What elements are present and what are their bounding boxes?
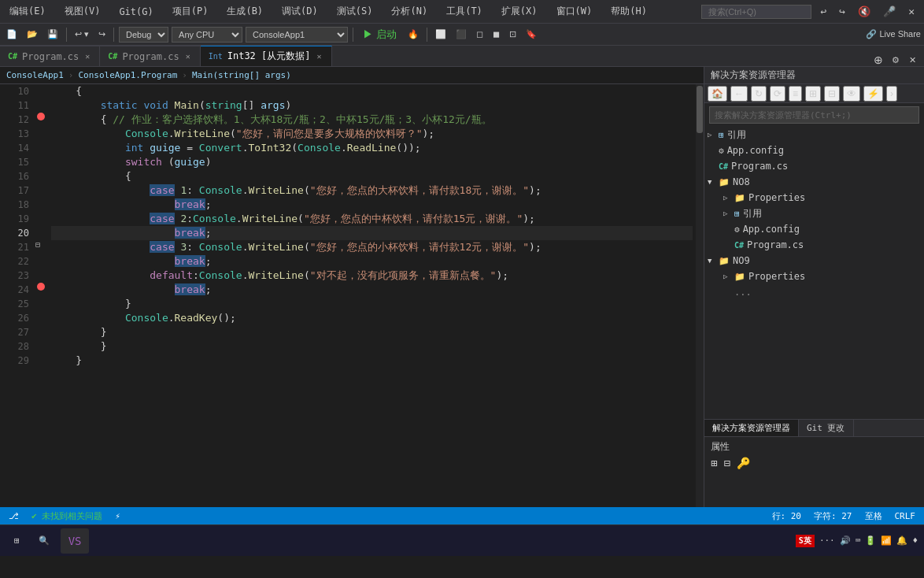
mute-icon[interactable]: 🔇	[855, 4, 874, 19]
prop-grid-icon[interactable]: ⊞	[711, 457, 717, 469]
se-item-no8-programcs[interactable]: C# Program.cs	[704, 237, 924, 253]
toolbar-btn-1[interactable]: ⬜	[432, 28, 449, 40]
taskbar-network[interactable]: 📶	[881, 535, 892, 546]
se-item-no8-props[interactable]: ▷ 📁 Properties	[704, 190, 924, 206]
se-show-all-btn[interactable]: 👁	[843, 86, 860, 102]
git-branch-item[interactable]: ⎇	[6, 511, 21, 521]
toolbar-btn-3[interactable]: ◻	[473, 28, 486, 40]
se-item-appconfig[interactable]: ⚙ App.config	[704, 143, 924, 158]
tab-close-3[interactable]: ✕	[316, 51, 323, 61]
bookmark-btn[interactable]: 🔖	[523, 28, 540, 40]
undo-btn[interactable]: ↩ ▾	[72, 28, 92, 40]
collapse-14[interactable]: ⊟	[35, 240, 40, 249]
se-item-no8-ref[interactable]: ▷ ⊞ 引用	[704, 206, 924, 221]
title-search-input[interactable]	[701, 5, 811, 19]
se-item-ref[interactable]: ▷ ⊞ 引用	[704, 127, 924, 143]
tab-close-1[interactable]: ✕	[83, 51, 91, 61]
se-home-btn[interactable]: 🏠	[708, 86, 727, 102]
code-line-13: Console.WriteLine("您好，请问您是要多大规格的饮料呀？");	[51, 127, 693, 141]
start-btn[interactable]: ⊞	[6, 528, 28, 554]
se-item-no8[interactable]: ▼ 📁 NO8	[704, 174, 924, 190]
tab-close-all-btn[interactable]: ✕	[906, 54, 919, 66]
toolbar-btn-5[interactable]: ⊡	[506, 28, 519, 40]
code-line-26: Console.ReadKey();	[51, 311, 693, 325]
se-item-programcs[interactable]: C# Program.cs	[704, 158, 924, 174]
se-collapse-btn[interactable]: ⊟	[824, 86, 840, 102]
tab-int32[interactable]: Int Int32 [从元数据] ✕	[201, 46, 332, 66]
menu-edit[interactable]: 编辑(E)	[6, 3, 49, 20]
se-more-btn[interactable]: ›	[886, 86, 897, 102]
se-item-no9[interactable]: ▼ 📁 NO9	[704, 253, 924, 269]
menu-view[interactable]: 视图(V)	[61, 3, 104, 20]
vertical-scrollbar[interactable]	[696, 84, 704, 507]
menu-help[interactable]: 帮助(H)	[608, 3, 650, 20]
debug-config-select[interactable]: Debug	[119, 27, 168, 43]
editor-body: 10 11 12 13 14 15 16 17 18 19 20 21 22 2…	[0, 84, 704, 507]
se-sync-btn[interactable]: ⟳	[770, 86, 785, 102]
encoding-status[interactable]: CRLF	[893, 511, 918, 521]
ime-badge[interactable]: S英	[796, 535, 815, 547]
new-file-btn[interactable]: 📄	[3, 28, 20, 40]
col-status[interactable]: 字符: 27	[811, 510, 855, 522]
live-share-button[interactable]: 🔗 Live Share	[866, 29, 921, 39]
cpu-config-select[interactable]: Any CPU	[172, 27, 242, 43]
undo-icon[interactable]: ↩	[818, 4, 830, 19]
tab-overflow-btn[interactable]: ⊕	[871, 54, 885, 66]
menu-test[interactable]: 测试(S)	[334, 3, 376, 20]
tab-program-1[interactable]: C# Program.cs ✕	[0, 46, 100, 66]
se-props-btn[interactable]: ⚡	[863, 86, 883, 102]
menu-tools[interactable]: 工具(T)	[443, 3, 486, 20]
spaces-status[interactable]: 至格	[863, 510, 885, 522]
menu-window[interactable]: 窗口(W)	[553, 3, 596, 20]
tab-program-2[interactable]: C# Program.cs ✕	[100, 46, 200, 66]
taskbar-notification[interactable]: 🔔	[896, 535, 907, 546]
mic-icon[interactable]: 🎤	[880, 4, 899, 19]
line-status[interactable]: 行: 20	[770, 510, 804, 522]
close-icon[interactable]: ✕	[905, 4, 918, 19]
menu-build[interactable]: 生成(B)	[224, 3, 266, 20]
prop-key-icon[interactable]: 🔑	[737, 457, 750, 469]
redo-btn[interactable]: ↪	[95, 28, 109, 40]
se-search-box[interactable]: 搜索解决方案资源管理器(Ctrl+;)	[709, 106, 919, 124]
tab-close-2[interactable]: ✕	[184, 51, 192, 61]
menu-debug[interactable]: 调试(D)	[279, 3, 321, 20]
search-taskbar-btn[interactable]: 🔍	[31, 528, 57, 554]
taskbar-battery[interactable]: 🔋	[865, 535, 876, 546]
breadcrumb-method[interactable]: Main(string[] args)	[192, 70, 291, 80]
project-select[interactable]: ConsoleApp1	[246, 27, 348, 43]
se-back-btn[interactable]: ←	[730, 86, 748, 102]
se-tab-git-changes[interactable]: Git 更改	[799, 420, 854, 437]
breadcrumb-project[interactable]: ConsoleApp1	[6, 70, 64, 80]
prop-sort-icon[interactable]: ⊟	[723, 457, 730, 469]
toolbar-btn-4[interactable]: ◼	[490, 28, 503, 40]
ok-text: 未找到相关问题	[42, 511, 102, 521]
vs-taskbar-btn[interactable]: VS	[61, 528, 90, 554]
tab-settings-btn[interactable]: ⚙	[889, 54, 903, 66]
breakpoint-15[interactable]	[37, 283, 45, 291]
se-refresh-btn[interactable]: ↻	[751, 86, 767, 102]
se-filter-btn[interactable]: ≡	[789, 86, 802, 102]
menu-analyze[interactable]: 分析(N)	[388, 3, 431, 20]
attach-btn[interactable]: 🔥	[405, 28, 422, 40]
open-btn[interactable]: 📂	[24, 28, 41, 40]
se-item-no8-appconfig[interactable]: ⚙ App.config	[704, 221, 924, 237]
menu-project[interactable]: 项目(P)	[169, 3, 212, 20]
se-item-no9-more[interactable]: ...	[704, 284, 924, 300]
scroll-thumb[interactable]	[697, 86, 703, 133]
breakpoint-11[interactable]	[37, 113, 45, 120]
taskbar-speaker[interactable]: 🔊	[840, 535, 851, 546]
warning-icon[interactable]: ⚡	[113, 511, 123, 521]
code-area[interactable]: { static void Main(string[] args) { // 作…	[48, 84, 696, 507]
breadcrumb-class[interactable]: ConsoleApp1.Program	[78, 70, 177, 80]
se-item-no9-props[interactable]: ▷ 📁 Properties	[704, 269, 924, 284]
toolbar-btn-2[interactable]: ⬛	[453, 28, 470, 40]
redo-icon[interactable]: ↪	[836, 4, 848, 19]
run-button[interactable]: ▶ 启动	[358, 27, 401, 43]
save-btn[interactable]: 💾	[44, 28, 61, 40]
taskbar-keyboard[interactable]: ⌨	[856, 535, 861, 546]
se-expand-btn[interactable]: ⊞	[805, 86, 821, 102]
problem-status-item[interactable]: ✔ 未找到相关问题	[29, 510, 105, 522]
menu-git[interactable]: Git(G)	[116, 5, 156, 19]
menu-extensions[interactable]: 扩展(X)	[498, 3, 541, 20]
se-tab-solution-explorer[interactable]: 解决方案资源管理器	[704, 420, 799, 437]
